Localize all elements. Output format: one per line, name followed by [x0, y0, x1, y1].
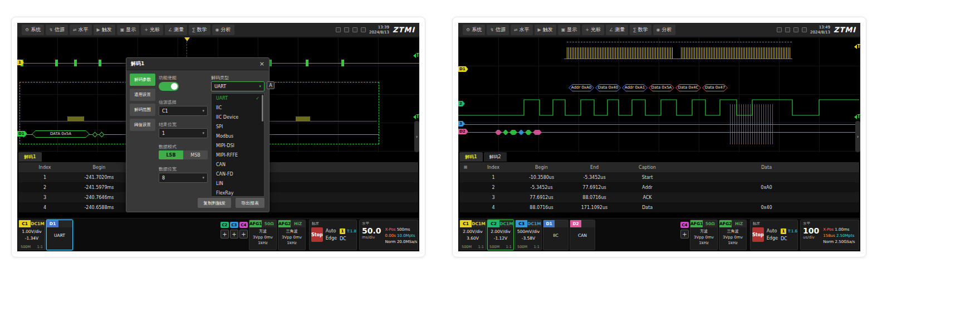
channel-box-d2[interactable]: D2 CAN	[570, 220, 595, 250]
menu-horizontal[interactable]: ⇌水平	[511, 25, 533, 35]
decode-tab-2[interactable]: 解码2	[484, 152, 507, 162]
dialog-tab-threshold[interactable]: 阈值设置	[130, 119, 155, 131]
table-row[interactable]: 1-10.3580us-5.3452usStart	[459, 172, 859, 182]
menu-source[interactable]: ↯信源	[46, 25, 68, 35]
trigger-level-marker[interactable]: T	[854, 114, 860, 119]
trigger-coupling[interactable]: DC	[781, 236, 798, 241]
dropdown-option-modbus[interactable]: Modbus	[212, 132, 264, 141]
menu-system[interactable]: ⚙系统	[22, 25, 44, 35]
menu-trigger[interactable]: ▶触发	[94, 25, 115, 35]
menu-math[interactable]: ∑数学	[189, 25, 210, 35]
export-report-button[interactable]: 导出报表	[236, 198, 264, 208]
msb-option[interactable]: MSB	[183, 150, 208, 159]
data-width-select[interactable]: 8▾	[159, 173, 208, 183]
run-stop-button[interactable]: Stop	[311, 227, 323, 242]
channel-box-c2[interactable]: C2DC1M 2.00V/div -1.12V 500M1:1	[487, 220, 514, 250]
channel-tag[interactable]: C3	[230, 222, 238, 228]
decode-tab-1[interactable]: 解码1	[18, 152, 42, 162]
table-row[interactable]: 2-5.3452us77.6912usAddr0xA0	[459, 182, 859, 192]
add-channel-button[interactable]: +	[230, 230, 238, 239]
toolbar-icon-1[interactable]	[777, 27, 782, 32]
trigger-position-marker[interactable]	[184, 37, 190, 41]
trigger-type[interactable]: Edge	[326, 236, 337, 241]
dropdown-option-lin[interactable]: LIN	[212, 179, 264, 188]
trigger-mode[interactable]: Auto	[326, 228, 337, 234]
channel-box-d1[interactable]: D1 IIC	[543, 220, 569, 250]
menu-measure[interactable]: ∠测量	[165, 25, 187, 35]
xpos-value: 500ms	[397, 227, 410, 232]
add-channel-button[interactable]: +	[220, 230, 229, 239]
channel-tag[interactable]: C4	[239, 222, 248, 228]
toolbar-icon-4[interactable]	[802, 27, 807, 32]
menu-analyze[interactable]: ◉分析	[212, 25, 234, 35]
keyboard-button[interactable]: A	[267, 81, 275, 89]
table-row[interactable]: 488.0716us171.1092usData0x40	[459, 202, 859, 212]
dialog-tab-decode-params[interactable]: 解码参数	[130, 74, 155, 86]
table-row[interactable]: 377.6912us88.0716usACK	[459, 192, 859, 202]
trigger-mode[interactable]: Auto	[767, 228, 778, 234]
enable-toggle[interactable]	[159, 82, 179, 91]
toolbar-icon-2[interactable]	[785, 27, 790, 32]
afg2-box[interactable]: AFG2HiZ 三角波 3Vpp 0mv 1kHz	[719, 220, 747, 250]
toolbar-icon-3[interactable]	[352, 27, 357, 32]
lsb-option[interactable]: LSB	[159, 150, 183, 159]
dropdown-option-spi[interactable]: SPI	[212, 122, 264, 132]
add-channel-button[interactable]: +	[239, 230, 248, 239]
toolbar-icon-4[interactable]	[361, 27, 366, 32]
dropdown-option-mipi-rffe[interactable]: MIPI-RFFE	[212, 150, 264, 160]
close-icon[interactable]: ×	[259, 61, 264, 67]
menu-analyze[interactable]: ◉分析	[653, 25, 675, 35]
bus-type: IIC	[543, 233, 568, 238]
decode-tab-1[interactable]: 解码1	[459, 152, 483, 162]
trigger-type[interactable]: Edge	[767, 236, 778, 241]
run-stop-button[interactable]: Stop	[752, 227, 764, 242]
dropdown-option-can[interactable]: CAN	[212, 160, 264, 169]
menu-cursor[interactable]: +光标	[582, 25, 604, 35]
side-panel-handle[interactable]: ›	[414, 121, 419, 152]
dropdown-option-uart[interactable]: UART✓	[212, 94, 264, 103]
menu-trigger[interactable]: ▶触发	[535, 25, 556, 35]
source-select[interactable]: C1▾	[159, 106, 208, 116]
menu-system[interactable]: ⚙系统	[463, 25, 485, 35]
menu-display[interactable]: ▣显示	[558, 25, 581, 35]
channel-tag[interactable]: C4	[680, 222, 689, 228]
dropdown-option-iic[interactable]: IIC	[212, 103, 264, 113]
channel-box-c3[interactable]: C3DC1M 500mV/div -3.58V 500M1:1	[515, 220, 542, 250]
dropdown-scrollbar[interactable]	[262, 95, 263, 121]
channel-box-c1[interactable]: C1DC1M 2.00V/div 3.60V 500M1:1	[459, 220, 486, 250]
dropdown-option-iic-device[interactable]: IIC Device	[212, 113, 264, 122]
trigger-level-marker[interactable]: T	[413, 114, 419, 119]
menu-horizontal[interactable]: ⇌水平	[70, 25, 92, 35]
trigger-source-badge[interactable]: 1	[781, 228, 786, 234]
dropdown-option-mipi-dsi[interactable]: MIPI-DSI	[212, 141, 264, 150]
menu-cursor[interactable]: +光标	[141, 25, 163, 35]
add-channel-button[interactable]: +	[680, 230, 689, 239]
menu-display[interactable]: ▣显示	[117, 25, 140, 35]
oscilloscope-panel-right: ⚙系统 ↯信源 ⇌水平 ▶触发 ▣显示 +光标 ∠测量 ∑数学 ◉分析 13:4…	[452, 17, 866, 257]
toolbar-icon-3[interactable]	[793, 27, 798, 32]
afg2-box[interactable]: AFG2HiZ 三角波 3Vpp 0mv 1kHz	[278, 220, 306, 250]
channel-box-d1[interactable]: D1 UART	[46, 220, 73, 250]
side-panel-handle[interactable]: ›	[855, 121, 860, 152]
toolbar-icon-2[interactable]	[344, 27, 349, 32]
channel-tag[interactable]: C2	[220, 222, 229, 228]
afg1-box[interactable]: AFG150Ω 方波 3Vpp 0mv 1kHz	[690, 220, 718, 250]
menu-measure[interactable]: ∠测量	[606, 25, 628, 35]
dropdown-option-flexray[interactable]: FlexRay	[212, 188, 264, 197]
copy-to-trigger-button[interactable]: 复制到触发	[198, 198, 231, 208]
dialog-tab-range[interactable]: 解码范围	[130, 104, 155, 116]
menu-math[interactable]: ∑数学	[630, 25, 651, 35]
dropdown-option-can-fd[interactable]: CAN-FD	[212, 169, 264, 179]
menu-source[interactable]: ↯信源	[487, 25, 509, 35]
toolbar-icon-1[interactable]	[336, 27, 341, 32]
channel-box-c1[interactable]: C1DC1M 1.00V/div -1.34V 500M1:1	[18, 220, 45, 250]
dialog-tab-general[interactable]: 通用设置	[130, 89, 155, 101]
trigger-coupling[interactable]: DC	[340, 236, 357, 241]
trigger-source-badge[interactable]: 1	[340, 228, 345, 234]
afg1-box[interactable]: AFG150Ω 方波 3Vpp 0mv 1kHz	[249, 220, 277, 250]
stopbit-select[interactable]: 1▾	[159, 128, 208, 138]
dialog-title-bar: 解码1 ×	[126, 58, 269, 70]
decode-type-select[interactable]: UART▾	[211, 81, 264, 91]
trigger-level-marker[interactable]: T	[413, 53, 419, 58]
trigger-level-marker[interactable]: T	[854, 44, 860, 49]
